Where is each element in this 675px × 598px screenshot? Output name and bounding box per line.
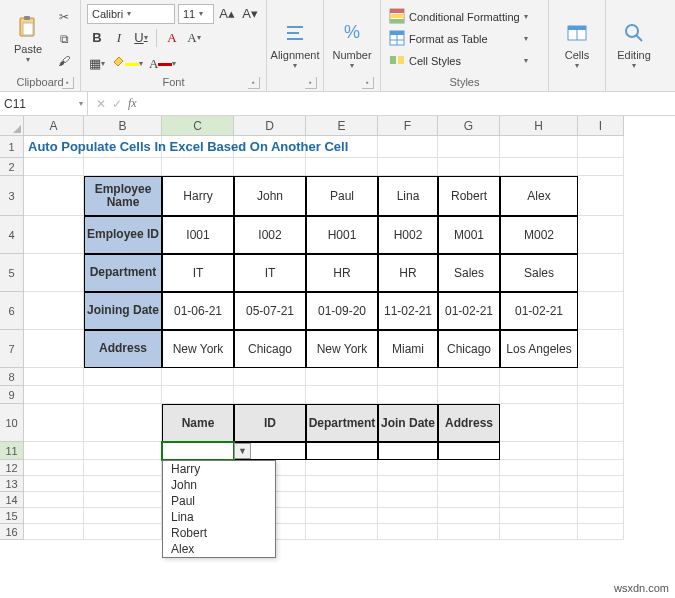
cell[interactable]: New York (306, 330, 378, 368)
cell[interactable] (438, 442, 500, 460)
number-button[interactable]: % Number ▾ (330, 13, 374, 77)
format-painter-button[interactable]: 🖌 (54, 51, 74, 71)
cell[interactable]: Department (84, 254, 162, 292)
cell[interactable] (84, 524, 162, 540)
bold-button[interactable]: B (87, 28, 107, 48)
cell[interactable]: 01-02-21 (438, 292, 500, 330)
conditional-formatting-button[interactable]: Conditional Formatting ▾ (387, 7, 530, 27)
cell[interactable]: EmployeeName (84, 176, 162, 216)
cell[interactable] (84, 460, 162, 476)
cell[interactable] (306, 368, 378, 386)
column-header[interactable]: A (24, 116, 84, 136)
cell[interactable] (378, 136, 438, 158)
cell[interactable] (378, 508, 438, 524)
cell[interactable]: Miami (378, 330, 438, 368)
row-header[interactable]: 16 (0, 524, 24, 540)
cell[interactable] (500, 404, 578, 442)
number-launcher[interactable]: ▪ (362, 77, 374, 89)
cell[interactable]: ▼ (162, 442, 234, 460)
cell[interactable]: IT (162, 254, 234, 292)
underline-button[interactable]: U▾ (131, 28, 151, 48)
cell[interactable] (24, 254, 84, 292)
row-header[interactable]: 8 (0, 368, 24, 386)
cell[interactable]: IT (234, 254, 306, 292)
dropdown-item[interactable]: Lina (163, 509, 275, 525)
cell[interactable] (24, 176, 84, 216)
row-header[interactable]: 12 (0, 460, 24, 476)
cell[interactable] (438, 508, 500, 524)
cell[interactable] (84, 368, 162, 386)
column-header[interactable]: F (378, 116, 438, 136)
cell[interactable]: John (234, 176, 306, 216)
font-color-red-button[interactable]: A (162, 28, 182, 48)
cell[interactable] (24, 368, 84, 386)
cell[interactable]: 05-07-21 (234, 292, 306, 330)
cell[interactable] (306, 386, 378, 404)
cell[interactable] (24, 460, 84, 476)
cell[interactable] (438, 158, 500, 176)
cell[interactable] (500, 136, 578, 158)
cell[interactable]: H001 (306, 216, 378, 254)
cell[interactable] (378, 386, 438, 404)
cell[interactable] (24, 216, 84, 254)
cell[interactable] (84, 158, 162, 176)
cell[interactable] (578, 524, 624, 540)
cell[interactable] (378, 158, 438, 176)
cell[interactable] (438, 386, 500, 404)
dropdown-item[interactable]: Paul (163, 493, 275, 509)
cell[interactable]: Sales (438, 254, 500, 292)
cell[interactable] (578, 158, 624, 176)
cell[interactable]: HR (306, 254, 378, 292)
cell[interactable] (24, 476, 84, 492)
cell[interactable] (578, 254, 624, 292)
cell[interactable] (24, 404, 84, 442)
cell[interactable] (438, 368, 500, 386)
cell[interactable] (24, 330, 84, 368)
cell[interactable] (500, 442, 578, 460)
cell[interactable] (378, 492, 438, 508)
cell[interactable]: Harry (162, 176, 234, 216)
name-box[interactable]: C11 ▾ (0, 92, 88, 115)
cell[interactable]: 11-02-21 (378, 292, 438, 330)
dropdown-item[interactable]: John (163, 477, 275, 493)
cell[interactable]: ID (234, 404, 306, 442)
cell[interactable]: Join Date (378, 404, 438, 442)
cell[interactable]: Department (306, 404, 378, 442)
cell[interactable]: I001 (162, 216, 234, 254)
cell[interactable] (378, 442, 438, 460)
column-header[interactable]: G (438, 116, 500, 136)
cell[interactable] (378, 524, 438, 540)
cell[interactable] (234, 368, 306, 386)
cell[interactable]: Name (162, 404, 234, 442)
column-header[interactable]: D (234, 116, 306, 136)
cell[interactable]: New York (162, 330, 234, 368)
format-as-table-button[interactable]: Format as Table ▾ (387, 29, 530, 49)
cell[interactable] (500, 368, 578, 386)
cell[interactable] (84, 442, 162, 460)
editing-button[interactable]: Editing ▾ (612, 13, 656, 77)
font-color-button[interactable]: A▾ (147, 54, 178, 74)
column-header[interactable]: I (578, 116, 624, 136)
font-color-picker-button[interactable]: A▾ (184, 28, 204, 48)
cell[interactable] (234, 158, 306, 176)
clipboard-launcher[interactable]: ▪ (62, 77, 74, 89)
cell[interactable] (578, 386, 624, 404)
row-header[interactable]: 6 (0, 292, 24, 330)
cell[interactable] (578, 330, 624, 368)
cell[interactable] (24, 524, 84, 540)
cell[interactable] (234, 386, 306, 404)
column-header[interactable]: C (162, 116, 234, 136)
cell[interactable] (24, 292, 84, 330)
cell[interactable] (578, 136, 624, 158)
cell[interactable]: 01-06-21 (162, 292, 234, 330)
cell[interactable] (306, 492, 378, 508)
fx-cancel-icon[interactable]: ✕ (96, 97, 106, 111)
cell[interactable]: Employee ID (84, 216, 162, 254)
cell[interactable] (306, 508, 378, 524)
cell[interactable] (84, 404, 162, 442)
fill-color-button[interactable]: ▾ (109, 54, 145, 74)
column-header[interactable]: E (306, 116, 378, 136)
cell[interactable] (438, 136, 500, 158)
formula-input[interactable] (145, 92, 675, 115)
row-header[interactable]: 15 (0, 508, 24, 524)
